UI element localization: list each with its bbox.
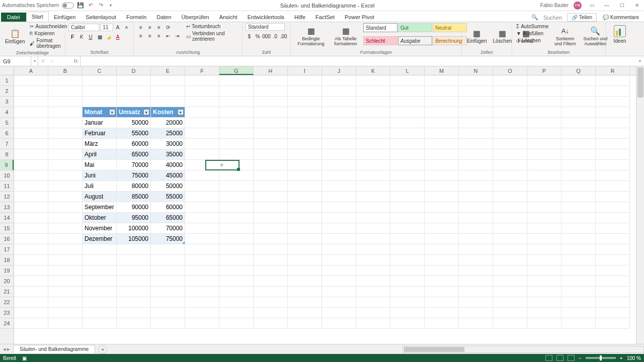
cell[interactable]	[219, 255, 254, 265]
view-normal-icon[interactable]	[545, 355, 552, 361]
cell[interactable]	[527, 244, 561, 255]
cell[interactable]	[356, 276, 390, 287]
cell[interactable]	[425, 276, 459, 287]
cell[interactable]	[288, 234, 322, 244]
cell[interactable]	[219, 86, 254, 97]
tab-view[interactable]: Ansicht	[214, 13, 243, 22]
zoom-level[interactable]: 100 %	[627, 355, 641, 361]
row-header-20[interactable]: 20	[0, 276, 14, 287]
cell[interactable]	[459, 139, 493, 149]
cell[interactable]	[254, 192, 288, 202]
cell[interactable]	[356, 297, 390, 308]
cell[interactable]	[185, 192, 219, 202]
col-header-I[interactable]: I	[288, 66, 322, 75]
cell[interactable]	[185, 75, 219, 86]
cell[interactable]	[219, 244, 254, 255]
cell[interactable]	[151, 308, 185, 318]
cell[interactable]	[254, 213, 288, 223]
font-size-select[interactable]: 11	[100, 24, 113, 31]
cell[interactable]	[493, 149, 527, 160]
format-painter-button[interactable]: 🖌 Format übertragen	[29, 37, 68, 49]
sheet-tab[interactable]: Säulen- und Balkendiagramme	[13, 345, 95, 353]
cell[interactable]	[425, 97, 459, 107]
cell[interactable]	[48, 192, 83, 202]
cell[interactable]	[48, 181, 83, 192]
cell[interactable]	[527, 181, 561, 192]
cell[interactable]	[459, 107, 493, 118]
row-header-11[interactable]: 11	[0, 181, 14, 192]
cell[interactable]	[390, 160, 425, 170]
cell[interactable]	[185, 318, 219, 329]
cell[interactable]	[288, 192, 322, 202]
filter-button-icon[interactable]: ▾	[109, 109, 115, 115]
cell[interactable]	[83, 265, 117, 276]
col-header-L[interactable]: L	[390, 66, 425, 75]
cell[interactable]	[561, 265, 596, 276]
cell[interactable]	[425, 128, 459, 139]
cell[interactable]	[185, 265, 219, 276]
cell[interactable]	[48, 170, 83, 181]
cell[interactable]	[390, 318, 425, 329]
cell[interactable]	[596, 287, 630, 297]
cell[interactable]	[322, 128, 356, 139]
cell[interactable]	[185, 276, 219, 287]
cell[interactable]: 95000	[117, 213, 151, 223]
cell[interactable]	[151, 244, 185, 255]
cell[interactable]	[288, 160, 322, 170]
tab-start[interactable]: Start	[26, 12, 49, 22]
cell[interactable]	[390, 118, 425, 128]
comments-button[interactable]: 💬 Kommentare	[599, 14, 643, 21]
cell[interactable]	[288, 107, 322, 118]
cell[interactable]	[527, 202, 561, 213]
style-gut[interactable]: Gut	[398, 23, 432, 32]
spreadsheet-grid[interactable]: ABCDEFGHIJKLMNOPQR 123456789101112131415…	[0, 66, 644, 344]
zoom-in-icon[interactable]: +	[620, 355, 623, 361]
cell[interactable]: 70000	[117, 160, 151, 170]
cell[interactable]	[288, 170, 322, 181]
percent-icon[interactable]: %	[254, 32, 262, 40]
cell[interactable]	[83, 276, 117, 287]
cell[interactable]	[83, 75, 117, 86]
cell[interactable]	[527, 75, 561, 86]
col-header-M[interactable]: M	[425, 66, 459, 75]
indent-dec-icon[interactable]: ⇤	[164, 32, 172, 40]
cell[interactable]	[527, 276, 561, 287]
cell[interactable]: 65000	[151, 213, 185, 223]
cell[interactable]	[596, 234, 630, 244]
col-header-E[interactable]: E	[151, 66, 185, 75]
row-header-16[interactable]: 16	[0, 234, 14, 244]
cell[interactable]	[117, 318, 151, 329]
cell[interactable]	[254, 265, 288, 276]
row-header-6[interactable]: 6	[0, 128, 14, 139]
cell[interactable]	[83, 244, 117, 255]
cell[interactable]	[254, 287, 288, 297]
cell[interactable]: 105000	[117, 234, 151, 244]
cell[interactable]: Juli	[83, 181, 117, 192]
cell[interactable]	[356, 170, 390, 181]
cell[interactable]	[219, 75, 254, 86]
cell[interactable]	[425, 244, 459, 255]
cell[interactable]	[527, 139, 561, 149]
insert-cells-button[interactable]: ▦Einfügen	[465, 23, 489, 49]
row-headers[interactable]: 123456789101112131415161718192021222324	[0, 75, 14, 344]
cell[interactable]	[48, 287, 83, 297]
cell[interactable]: 90000	[117, 202, 151, 213]
cell[interactable]	[527, 128, 561, 139]
cell[interactable]	[322, 255, 356, 265]
cell[interactable]	[322, 234, 356, 244]
cell[interactable]	[425, 160, 459, 170]
cell[interactable]	[493, 308, 527, 318]
align-left-icon[interactable]: ≡	[137, 32, 145, 40]
cell[interactable]	[288, 86, 322, 97]
cell[interactable]	[356, 234, 390, 244]
italic-button[interactable]: K	[77, 33, 86, 41]
cell[interactable]	[561, 97, 596, 107]
cell[interactable]	[322, 297, 356, 308]
cell[interactable]	[425, 234, 459, 244]
row-header-21[interactable]: 21	[0, 287, 14, 297]
cell[interactable]	[48, 255, 83, 265]
name-box[interactable]: G9	[0, 56, 31, 66]
cell[interactable]	[14, 139, 48, 149]
cell[interactable]	[459, 223, 493, 234]
row-header-7[interactable]: 7	[0, 139, 14, 149]
